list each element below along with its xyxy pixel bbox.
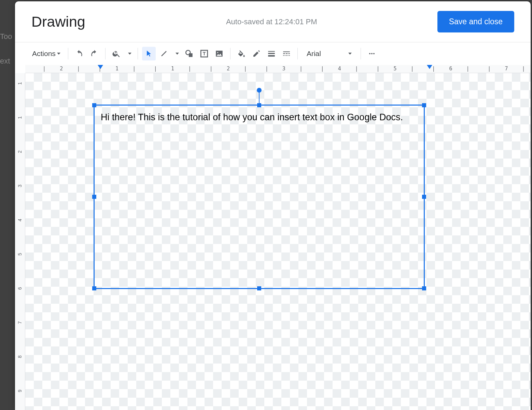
textbox-tool[interactable]: T	[197, 47, 211, 60]
svg-rect-8	[268, 55, 275, 56]
zoom-icon	[112, 49, 121, 58]
border-weight-button[interactable]	[265, 47, 278, 60]
paint-bucket-icon	[237, 49, 246, 58]
redo-icon	[90, 49, 99, 58]
ruler-indent-marker-right[interactable]	[427, 65, 432, 69]
text-box[interactable]: Hi there! This is the tutorial of how yo…	[94, 105, 425, 289]
background-menu-tools: Too	[0, 32, 12, 41]
svg-point-5	[217, 52, 218, 53]
rotate-connector	[259, 91, 260, 104]
shape-icon	[185, 49, 194, 58]
separator	[68, 48, 68, 59]
redo-button[interactable]	[87, 47, 101, 60]
autosave-status: Auto-saved at 12:24:01 PM	[92, 17, 431, 26]
separator	[230, 48, 230, 59]
textbox-icon: T	[200, 49, 209, 58]
drawing-canvas[interactable]: Hi there! This is the tutorial of how yo…	[25, 73, 531, 410]
select-tool[interactable]	[142, 47, 156, 60]
separator	[105, 48, 106, 59]
svg-rect-6	[268, 51, 275, 52]
rotate-handle[interactable]	[257, 88, 262, 93]
svg-rect-11	[286, 53, 288, 54]
resize-handle-mr[interactable]	[422, 195, 426, 199]
ruler-v-mark: 3	[17, 182, 23, 189]
horizontal-ruler[interactable]: | 2 | | 1 | | 1 | | 2 | | 3 | | 4 | | 5 …	[25, 65, 531, 73]
separator	[297, 48, 298, 59]
zoom-button[interactable]	[110, 47, 123, 60]
svg-point-20	[373, 53, 375, 54]
ruler-v-mark: 5	[17, 251, 23, 258]
font-selector[interactable]: Arial	[302, 47, 356, 60]
svg-point-19	[371, 53, 373, 54]
toolbar-container: Actions	[15, 42, 531, 65]
svg-rect-10	[283, 53, 285, 54]
line-weight-icon	[267, 49, 276, 58]
ruler-v-mark: 1	[17, 80, 23, 87]
ruler-v-mark: 7	[17, 319, 23, 326]
ruler-h-marks: | 2 | | 1 | | 1 | | 2 | | 3 | | 4 | | 5 …	[34, 66, 531, 72]
ruler-v-mark: 1	[17, 114, 23, 121]
resize-handle-br[interactable]	[422, 286, 426, 290]
border-color-button[interactable]	[250, 47, 263, 60]
canvas-area: | 2 | | 1 | | 1 | | 2 | | 3 | | 4 | | 5 …	[15, 65, 531, 410]
ruler-v-mark: 8	[17, 353, 23, 360]
svg-rect-17	[289, 55, 290, 56]
svg-rect-14	[284, 55, 285, 56]
border-dash-button[interactable]	[280, 47, 293, 60]
caret-down-icon	[348, 53, 352, 55]
dialog-title: Drawing	[31, 13, 85, 30]
resize-handle-ml[interactable]	[92, 195, 96, 199]
caret-down-icon	[57, 53, 60, 55]
more-options-button[interactable]	[365, 47, 379, 60]
pencil-icon	[252, 50, 261, 58]
save-and-close-button[interactable]: Save and close	[437, 11, 514, 32]
fill-color-button[interactable]	[235, 47, 248, 60]
svg-rect-16	[288, 55, 288, 56]
vertical-ruler[interactable]: 112345678910	[15, 73, 25, 410]
textbox-content[interactable]: Hi there! This is the tutorial of how yo…	[101, 112, 403, 122]
ruler-indent-marker-left[interactable]	[98, 65, 103, 69]
background-text: ext	[0, 57, 10, 66]
resize-handle-tl[interactable]	[92, 103, 96, 107]
ruler-v-mark: 2	[17, 148, 23, 155]
separator	[138, 48, 138, 59]
line-dash-icon	[282, 49, 291, 58]
actions-label: Actions	[32, 50, 56, 58]
line-icon	[160, 50, 168, 58]
undo-button[interactable]	[72, 47, 86, 60]
caret-down-icon	[176, 53, 179, 55]
svg-rect-13	[283, 55, 284, 56]
resize-handle-bm[interactable]	[257, 286, 261, 290]
svg-rect-7	[268, 53, 275, 54]
dialog-header: Drawing Auto-saved at 12:24:01 PM Save a…	[15, 1, 531, 42]
ruler-v-mark: 6	[17, 285, 23, 292]
image-tool[interactable]	[212, 47, 226, 60]
undo-icon	[75, 49, 84, 58]
line-dropdown[interactable]	[172, 47, 181, 60]
more-horizontal-icon	[368, 50, 376, 58]
svg-rect-12	[288, 53, 290, 54]
actions-menu[interactable]: Actions	[29, 47, 64, 60]
shape-tool[interactable]	[182, 47, 196, 60]
resize-handle-bl[interactable]	[92, 286, 96, 290]
svg-text:T: T	[203, 51, 206, 56]
image-icon	[215, 49, 224, 58]
svg-rect-15	[286, 55, 287, 56]
line-tool[interactable]	[157, 47, 171, 60]
svg-point-18	[369, 53, 370, 54]
resize-handle-tr[interactable]	[422, 103, 426, 107]
zoom-dropdown[interactable]	[125, 47, 134, 60]
drawing-dialog: Drawing Auto-saved at 12:24:01 PM Save a…	[15, 1, 531, 410]
svg-rect-9	[283, 52, 290, 52]
font-name-label: Arial	[307, 50, 321, 58]
caret-down-icon	[128, 53, 131, 55]
cursor-icon	[145, 50, 153, 58]
resize-handle-tm[interactable]	[257, 103, 261, 107]
svg-rect-1	[189, 53, 193, 57]
ruler-v-mark: 9	[17, 387, 23, 394]
ruler-v-mark: 4	[17, 217, 23, 223]
separator	[361, 48, 361, 59]
toolbar: Actions	[15, 42, 531, 65]
